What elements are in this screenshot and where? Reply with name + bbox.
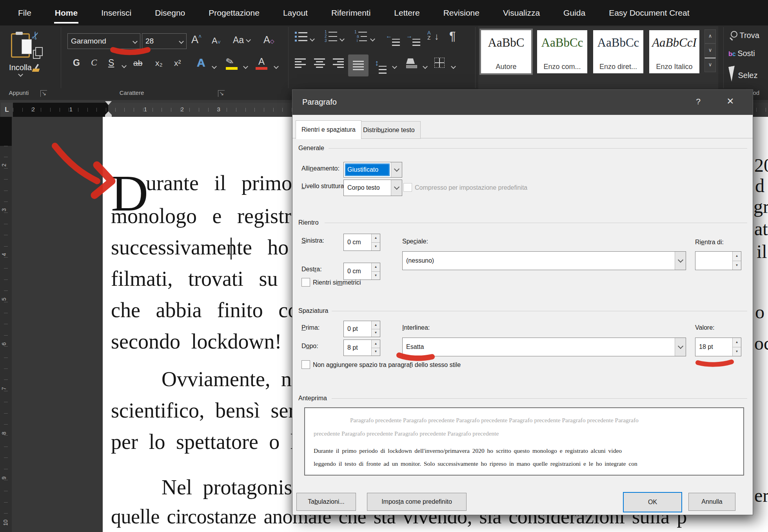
tab-rientri-e-spaziatura[interactable]: Rientri e spaziatura — [296, 120, 361, 139]
rientra-di-spinner[interactable]: ▲▼ — [695, 251, 741, 270]
shading-button[interactable] — [406, 58, 417, 68]
align-right-button[interactable] — [333, 58, 344, 68]
justify-button-active[interactable] — [348, 54, 369, 76]
align-center-button[interactable] — [314, 58, 325, 68]
style-card-enzo-diret[interactable]: AaBbCc Enzo diret... — [593, 30, 643, 73]
spinner-buttons[interactable]: ▲▼ — [371, 321, 380, 337]
styles-scroll-up-button[interactable]: ∧ — [704, 29, 716, 44]
replace-button[interactable]: bc Sosti — [728, 49, 755, 58]
style-card-enzo-com[interactable]: AaBbCc Enzo com... — [537, 30, 587, 73]
chevron-down-icon[interactable] — [423, 64, 428, 69]
chevron-down-icon[interactable] — [274, 64, 279, 69]
sinistra-spinner[interactable]: 0 cm ▲▼ — [343, 234, 380, 251]
help-button[interactable]: ? — [692, 97, 704, 106]
tab-home[interactable]: Home — [43, 0, 89, 25]
annulla-button[interactable]: Annulla — [688, 493, 735, 511]
dialog-launcher-carattere[interactable]: ↘ — [218, 90, 225, 97]
text-effects-button[interactable]: A — [197, 56, 205, 69]
tab-easy-document-creator[interactable]: Easy Document Creat — [597, 0, 701, 25]
tab-inserisci[interactable]: Inserisci — [89, 0, 143, 25]
spin-up-icon[interactable]: ▲ — [733, 252, 741, 261]
dialog-launcher-appunti[interactable]: ↘ — [40, 90, 47, 97]
imposta-predefinito-button[interactable]: Imposta come predefinito — [367, 493, 467, 511]
spin-down-icon[interactable]: ▼ — [372, 348, 380, 356]
strikethrough-button[interactable]: ab — [133, 58, 142, 68]
rientri-simmetrici-checkbox[interactable] — [301, 278, 310, 287]
chevron-down-icon[interactable] — [212, 64, 217, 69]
styles-more-button[interactable]: ∨ — [704, 58, 716, 72]
increase-indent-button[interactable]: → — [406, 33, 420, 46]
spin-up-icon[interactable]: ▲ — [372, 340, 380, 348]
chevron-down-icon[interactable] — [370, 36, 375, 42]
spin-down-icon[interactable]: ▼ — [733, 261, 741, 270]
spin-up-icon[interactable]: ▲ — [733, 338, 741, 347]
subscript-button[interactable]: x₂ — [155, 58, 163, 68]
spinner-buttons[interactable]: ▲▼ — [732, 252, 741, 270]
numbering-button[interactable]: 123 — [325, 31, 337, 42]
font-color-button[interactable]: A — [256, 56, 267, 70]
spinner-buttons[interactable]: ▲▼ — [732, 338, 741, 356]
speciale-combobox[interactable]: (nessuno) — [402, 251, 686, 270]
chevron-down-icon[interactable] — [340, 36, 345, 42]
font-size-combobox[interactable]: 28 — [142, 33, 187, 49]
select-button[interactable]: Selez — [730, 66, 757, 83]
dialog-titlebar[interactable]: Paragrafo ? ✕ — [292, 90, 753, 115]
find-button[interactable]: Trova — [729, 31, 759, 40]
chevron-down-icon[interactable] — [451, 64, 456, 69]
livello-struttura-combobox[interactable]: Corpo testo — [343, 180, 402, 196]
valore-spinner[interactable]: 18 pt ▲▼ — [695, 338, 741, 356]
copy-button[interactable] — [33, 50, 40, 60]
underline-options-chevron-icon[interactable] — [122, 63, 127, 68]
spin-up-icon[interactable]: ▲ — [372, 321, 380, 329]
spin-up-icon[interactable]: ▲ — [372, 234, 380, 243]
combo-arrow-button[interactable] — [675, 338, 686, 356]
combo-arrow-button[interactable] — [391, 162, 402, 177]
show-formatting-button[interactable]: ¶ — [449, 29, 456, 44]
bullets-button[interactable] — [295, 32, 307, 42]
font-name-combobox[interactable]: Garamond — [67, 33, 140, 49]
spinner-buttons[interactable]: ▲▼ — [371, 340, 380, 356]
style-card-autore[interactable]: AaBbC Autore — [481, 30, 531, 73]
spinner-buttons[interactable]: ▲▼ — [371, 234, 380, 251]
italic-button[interactable]: C — [91, 58, 97, 68]
borders-button[interactable] — [434, 58, 445, 68]
interlinea-combobox[interactable]: Esatta — [402, 338, 686, 356]
spin-down-icon[interactable]: ▼ — [372, 243, 380, 251]
tab-visualizza[interactable]: Visualizza — [491, 0, 552, 25]
change-case-button[interactable]: Aa — [233, 35, 250, 45]
tab-revisione[interactable]: Revisione — [432, 0, 491, 25]
decrease-indent-button[interactable]: ← — [386, 33, 400, 46]
styles-scroll-down-button[interactable]: ∨ — [704, 44, 716, 58]
chevron-down-icon[interactable] — [392, 64, 397, 69]
spin-up-icon[interactable]: ▲ — [372, 263, 380, 272]
tab-file[interactable]: File — [6, 0, 43, 25]
spinner-buttons[interactable]: ▲▼ — [371, 263, 380, 280]
tab-lettere[interactable]: Lettere — [382, 0, 431, 25]
chevron-down-icon[interactable] — [310, 36, 315, 42]
non-aggiungere-spazio-checkbox[interactable] — [301, 360, 310, 369]
close-button[interactable]: ✕ — [724, 96, 737, 107]
format-painter-button[interactable] — [32, 64, 42, 75]
tab-guida[interactable]: Guida — [552, 0, 597, 25]
tab-distribuzione-testo[interactable]: Distribuzione testo — [357, 121, 421, 139]
tab-stop-selector[interactable]: L — [1, 103, 13, 117]
align-left-button[interactable] — [295, 58, 306, 68]
highlight-button[interactable]: ✎ — [226, 56, 238, 70]
destra-spinner[interactable]: 0 cm ▲▼ — [343, 263, 380, 280]
prima-spinner[interactable]: 0 pt ▲▼ — [343, 321, 380, 337]
tabulazioni-button[interactable]: Tabulazioni... — [296, 493, 356, 511]
chevron-down-icon[interactable] — [243, 64, 248, 69]
underline-button[interactable]: S — [108, 58, 114, 68]
combo-arrow-button[interactable] — [391, 180, 402, 196]
tab-layout[interactable]: Layout — [271, 0, 320, 25]
tab-disegno[interactable]: Disegno — [143, 0, 197, 25]
tab-progettazione[interactable]: Progettazione — [197, 0, 271, 25]
dopo-spinner[interactable]: 8 pt ▲▼ — [343, 340, 380, 356]
superscript-button[interactable]: x² — [174, 58, 181, 68]
allineamento-combobox[interactable]: Giustificato — [343, 162, 402, 178]
spin-down-icon[interactable]: ▼ — [372, 329, 380, 337]
spin-down-icon[interactable]: ▼ — [733, 347, 741, 356]
clear-formatting-button[interactable]: A◇ — [263, 34, 274, 45]
vertical-ruler[interactable]: 2 3 4 5 6 7 8 9 10 — [0, 117, 12, 532]
bold-button[interactable]: G — [73, 58, 80, 68]
